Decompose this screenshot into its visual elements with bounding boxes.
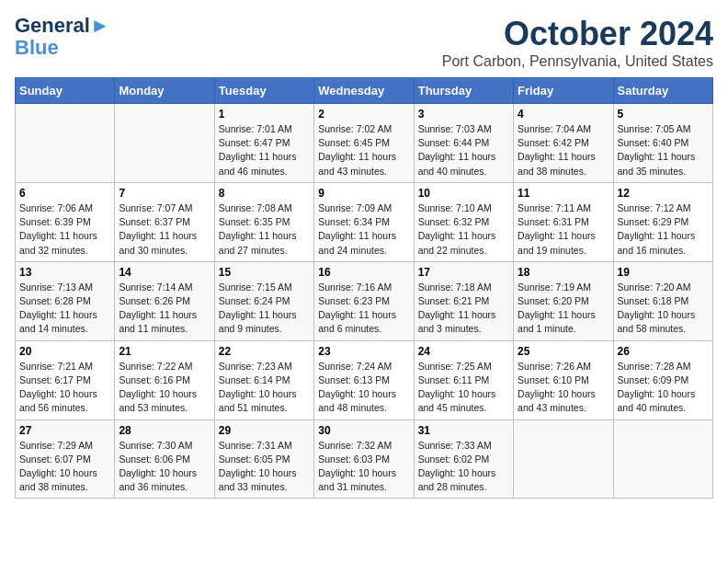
day-number: 31 xyxy=(418,424,509,437)
day-info: Sunrise: 7:18 AMSunset: 6:21 PMDaylight:… xyxy=(418,281,509,337)
day-number: 25 xyxy=(518,345,609,358)
col-wednesday: Wednesday xyxy=(314,78,414,104)
table-row: 15Sunrise: 7:15 AMSunset: 6:24 PMDayligh… xyxy=(214,261,313,340)
day-number: 2 xyxy=(318,108,409,121)
day-number: 16 xyxy=(318,266,409,279)
day-info: Sunrise: 7:10 AMSunset: 6:32 PMDaylight:… xyxy=(418,201,509,258)
col-monday: Monday xyxy=(115,78,214,104)
day-info: Sunrise: 7:32 AMSunset: 6:03 PMDaylight:… xyxy=(318,439,409,495)
day-number: 18 xyxy=(518,266,609,279)
calendar-week-row: 13Sunrise: 7:13 AMSunset: 6:28 PMDayligh… xyxy=(16,261,713,340)
table-row xyxy=(514,419,613,499)
day-number: 11 xyxy=(518,187,609,200)
header-row: Sunday Monday Tuesday Wednesday Thursday… xyxy=(16,78,713,104)
day-info: Sunrise: 7:09 AMSunset: 6:34 PMDaylight:… xyxy=(318,201,409,258)
table-row: 28Sunrise: 7:30 AMSunset: 6:06 PMDayligh… xyxy=(115,419,214,499)
table-row: 23Sunrise: 7:24 AMSunset: 6:13 PMDayligh… xyxy=(314,340,414,419)
calendar-table: Sunday Monday Tuesday Wednesday Thursday… xyxy=(15,77,713,499)
calendar-week-row: 1Sunrise: 7:01 AMSunset: 6:47 PMDaylight… xyxy=(16,104,713,183)
day-number: 1 xyxy=(219,108,310,121)
day-info: Sunrise: 7:13 AMSunset: 6:28 PMDaylight:… xyxy=(19,281,110,337)
day-number: 26 xyxy=(618,345,709,358)
day-info: Sunrise: 7:24 AMSunset: 6:13 PMDaylight:… xyxy=(318,360,409,416)
table-row: 2Sunrise: 7:02 AMSunset: 6:45 PMDaylight… xyxy=(314,104,414,183)
table-row: 13Sunrise: 7:13 AMSunset: 6:28 PMDayligh… xyxy=(16,261,115,340)
table-row: 27Sunrise: 7:29 AMSunset: 6:07 PMDayligh… xyxy=(16,419,115,499)
table-row xyxy=(115,104,214,183)
day-info: Sunrise: 7:20 AMSunset: 6:18 PMDaylight:… xyxy=(618,281,709,337)
day-number: 15 xyxy=(219,266,310,279)
day-number: 8 xyxy=(219,187,310,200)
day-info: Sunrise: 7:29 AMSunset: 6:07 PMDaylight:… xyxy=(19,439,110,495)
table-row: 16Sunrise: 7:16 AMSunset: 6:23 PMDayligh… xyxy=(314,261,414,340)
table-row: 1Sunrise: 7:01 AMSunset: 6:47 PMDaylight… xyxy=(214,104,313,183)
day-number: 27 xyxy=(19,424,110,437)
day-info: Sunrise: 7:33 AMSunset: 6:02 PMDaylight:… xyxy=(418,439,509,495)
calendar-week-row: 27Sunrise: 7:29 AMSunset: 6:07 PMDayligh… xyxy=(16,419,713,499)
table-row: 4Sunrise: 7:04 AMSunset: 6:42 PMDaylight… xyxy=(514,104,613,183)
day-number: 17 xyxy=(418,266,509,279)
day-number: 10 xyxy=(418,187,509,200)
table-row: 31Sunrise: 7:33 AMSunset: 6:02 PMDayligh… xyxy=(414,419,513,499)
table-row: 25Sunrise: 7:26 AMSunset: 6:10 PMDayligh… xyxy=(514,340,613,419)
table-row: 6Sunrise: 7:06 AMSunset: 6:39 PMDaylight… xyxy=(16,182,115,261)
day-info: Sunrise: 7:19 AMSunset: 6:20 PMDaylight:… xyxy=(518,281,609,337)
day-info: Sunrise: 7:03 AMSunset: 6:44 PMDaylight:… xyxy=(418,122,509,178)
day-number: 7 xyxy=(119,187,210,200)
table-row: 3Sunrise: 7:03 AMSunset: 6:44 PMDaylight… xyxy=(414,104,513,183)
day-info: Sunrise: 7:31 AMSunset: 6:05 PMDaylight:… xyxy=(219,439,310,495)
day-info: Sunrise: 7:21 AMSunset: 6:17 PMDaylight:… xyxy=(19,360,110,416)
day-number: 12 xyxy=(618,187,709,200)
table-row: 30Sunrise: 7:32 AMSunset: 6:03 PMDayligh… xyxy=(314,419,414,499)
day-info: Sunrise: 7:28 AMSunset: 6:09 PMDaylight:… xyxy=(618,360,709,416)
day-number: 20 xyxy=(19,345,110,358)
day-info: Sunrise: 7:15 AMSunset: 6:24 PMDaylight:… xyxy=(219,281,310,337)
day-info: Sunrise: 7:07 AMSunset: 6:37 PMDaylight:… xyxy=(119,201,210,258)
table-row: 26Sunrise: 7:28 AMSunset: 6:09 PMDayligh… xyxy=(613,340,712,419)
table-row: 8Sunrise: 7:08 AMSunset: 6:35 PMDaylight… xyxy=(214,182,313,261)
day-number: 14 xyxy=(119,266,210,279)
table-row: 14Sunrise: 7:14 AMSunset: 6:26 PMDayligh… xyxy=(115,261,214,340)
day-info: Sunrise: 7:25 AMSunset: 6:11 PMDaylight:… xyxy=(418,360,509,416)
table-row: 12Sunrise: 7:12 AMSunset: 6:29 PMDayligh… xyxy=(613,182,712,261)
day-number: 22 xyxy=(219,345,310,358)
table-row: 10Sunrise: 7:10 AMSunset: 6:32 PMDayligh… xyxy=(414,182,513,261)
col-sunday: Sunday xyxy=(16,78,115,104)
day-info: Sunrise: 7:23 AMSunset: 6:14 PMDaylight:… xyxy=(219,360,310,416)
logo: General►Blue xyxy=(15,15,110,59)
table-row: 22Sunrise: 7:23 AMSunset: 6:14 PMDayligh… xyxy=(214,340,313,419)
table-row: 9Sunrise: 7:09 AMSunset: 6:34 PMDaylight… xyxy=(314,182,414,261)
day-number: 9 xyxy=(318,187,409,200)
day-info: Sunrise: 7:01 AMSunset: 6:47 PMDaylight:… xyxy=(219,122,310,178)
logo-text: General►Blue xyxy=(15,15,110,59)
col-thursday: Thursday xyxy=(414,78,513,104)
day-info: Sunrise: 7:16 AMSunset: 6:23 PMDaylight:… xyxy=(318,281,409,337)
day-info: Sunrise: 7:04 AMSunset: 6:42 PMDaylight:… xyxy=(518,122,609,178)
day-info: Sunrise: 7:05 AMSunset: 6:40 PMDaylight:… xyxy=(618,122,709,178)
title-area: October 2024 Port Carbon, Pennsylvania, … xyxy=(442,15,713,70)
day-number: 28 xyxy=(119,424,210,437)
table-row: 19Sunrise: 7:20 AMSunset: 6:18 PMDayligh… xyxy=(613,261,712,340)
table-row xyxy=(613,419,712,499)
table-row: 18Sunrise: 7:19 AMSunset: 6:20 PMDayligh… xyxy=(514,261,613,340)
day-info: Sunrise: 7:11 AMSunset: 6:31 PMDaylight:… xyxy=(518,201,609,258)
day-number: 6 xyxy=(19,187,110,200)
day-info: Sunrise: 7:12 AMSunset: 6:29 PMDaylight:… xyxy=(618,201,709,258)
table-row: 17Sunrise: 7:18 AMSunset: 6:21 PMDayligh… xyxy=(414,261,513,340)
day-info: Sunrise: 7:30 AMSunset: 6:06 PMDaylight:… xyxy=(119,439,210,495)
day-info: Sunrise: 7:08 AMSunset: 6:35 PMDaylight:… xyxy=(219,201,310,258)
day-number: 4 xyxy=(518,108,609,121)
day-number: 23 xyxy=(318,345,409,358)
page-header: General►Blue October 2024 Port Carbon, P… xyxy=(15,15,713,70)
day-info: Sunrise: 7:06 AMSunset: 6:39 PMDaylight:… xyxy=(19,201,110,258)
table-row: 24Sunrise: 7:25 AMSunset: 6:11 PMDayligh… xyxy=(414,340,513,419)
col-friday: Friday xyxy=(514,78,613,104)
table-row: 21Sunrise: 7:22 AMSunset: 6:16 PMDayligh… xyxy=(115,340,214,419)
day-info: Sunrise: 7:14 AMSunset: 6:26 PMDaylight:… xyxy=(119,281,210,337)
day-number: 13 xyxy=(19,266,110,279)
location-title: Port Carbon, Pennsylvania, United States xyxy=(442,53,713,70)
day-info: Sunrise: 7:22 AMSunset: 6:16 PMDaylight:… xyxy=(119,360,210,416)
day-info: Sunrise: 7:02 AMSunset: 6:45 PMDaylight:… xyxy=(318,122,409,178)
day-number: 30 xyxy=(318,424,409,437)
table-row: 7Sunrise: 7:07 AMSunset: 6:37 PMDaylight… xyxy=(115,182,214,261)
